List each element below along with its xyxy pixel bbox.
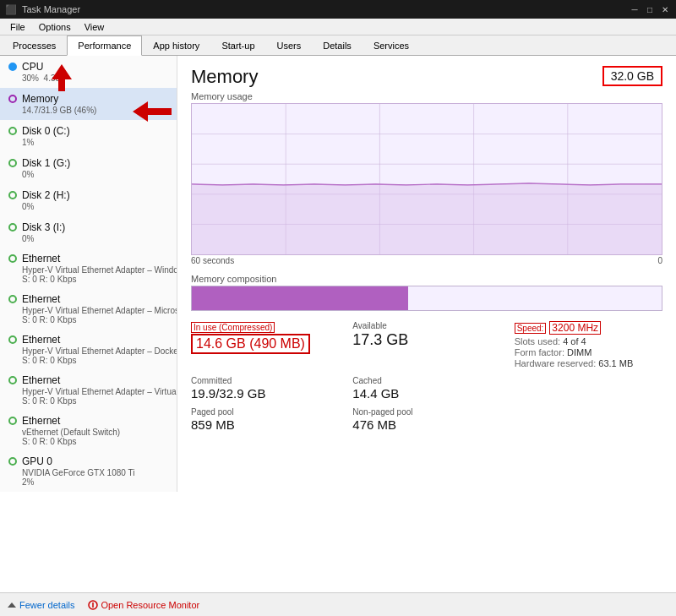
content-area: Memory 32.0 GB Memory usage (177, 56, 676, 592)
stat-paged-pool-value: 859 MB (191, 417, 339, 432)
stat-non-paged-pool-label: Non-paged pool (352, 407, 500, 417)
sidebar-dot-0 (8, 63, 17, 71)
graph-label: Memory usage (191, 91, 662, 101)
form-factor-label: Form factor: (515, 347, 564, 357)
stat-committed-label: Committed (191, 376, 339, 385)
minimize-button[interactable]: ─ (629, 3, 641, 15)
stat-in-use: In use (Compressed) 14.6 GB (490 MB) (191, 321, 339, 369)
bottom-bar: Fewer details Open Resource Monitor (0, 592, 676, 616)
size-badge: 32.0 GB (602, 66, 662, 86)
memory-composition-bar (191, 286, 662, 311)
hw-reserved-label: Hardware reserved: (515, 358, 597, 368)
app-icon: ⬛ (5, 4, 17, 15)
sidebar-dot-10 (8, 417, 17, 425)
tab-performance[interactable]: Performance (67, 35, 142, 56)
sidebar-dot-11 (8, 457, 17, 466)
chevron-up-icon (7, 600, 17, 610)
sidebar-item-6[interactable]: EthernetHyper-V Virtual Ethernet Adapter… (0, 248, 177, 289)
stat-available-label: Available (352, 321, 500, 330)
sidebar-item-name-8: Ethernet (22, 334, 60, 346)
stat-speed-label: Speed: (515, 323, 547, 334)
stat-available-value: 17.3 GB (352, 331, 500, 349)
sidebar-dot-2 (8, 127, 17, 135)
sidebar-item-11[interactable]: GPU 0NVIDIA GeForce GTX 1080 Ti 2% (0, 451, 177, 492)
svg-marker-11 (8, 602, 16, 608)
sidebar-item-2[interactable]: Disk 0 (C:)1% (0, 120, 177, 152)
stat-paged-pool-label: Paged pool (191, 407, 339, 417)
maximize-button[interactable]: □ (644, 3, 656, 15)
sidebar-item-detail-10: vEthernet (Default Switch) S: 0 R: 0 Kbp… (22, 428, 170, 446)
sidebar-item-detail-4: 0% (22, 202, 170, 211)
slots-label: Slots used: (515, 336, 560, 346)
sidebar: CPU30% 4.35Memory14.7/31.9 GB (46%)Disk … (0, 56, 177, 492)
sidebar-dot-6 (8, 254, 17, 263)
sidebar-dot-5 (8, 223, 17, 232)
tab-details[interactable]: Details (312, 35, 363, 56)
block-icon (88, 600, 98, 610)
sidebar-item-detail-2: 1% (22, 138, 170, 147)
tab-app-history[interactable]: App history (142, 35, 210, 56)
open-resource-monitor-button[interactable]: Open Resource Monitor (88, 600, 199, 610)
sidebar-item-1[interactable]: Memory14.7/31.9 GB (46%) (0, 88, 177, 120)
sidebar-item-4[interactable]: Disk 2 (H:)0% (0, 184, 177, 216)
sidebar-item-detail-7: Hyper-V Virtual Ethernet Adapter – Micro… (22, 306, 170, 324)
fewer-details-button[interactable]: Fewer details (7, 600, 74, 610)
menu-options[interactable]: Options (32, 19, 78, 35)
sidebar-item-name-3: Disk 1 (G:) (22, 157, 70, 169)
sidebar-item-0[interactable]: CPU30% 4.35 (0, 56, 177, 88)
tab-startup[interactable]: Start-up (210, 35, 265, 56)
sidebar-dot-7 (8, 295, 17, 303)
sidebar-item-7[interactable]: EthernetHyper-V Virtual Ethernet Adapter… (0, 289, 177, 330)
sidebar-item-name-0: CPU (22, 61, 43, 73)
sidebar-item-detail-6: Hyper-V Virtual Ethernet Adapter – Windo… (22, 265, 170, 284)
stat-cached: Cached 14.4 GB (352, 376, 500, 401)
stat-committed: Committed 19.9/32.9 GB (191, 376, 339, 401)
memory-graph (191, 103, 662, 255)
sidebar-item-name-6: Ethernet (22, 253, 60, 264)
sidebar-item-detail-1: 14.7/31.9 GB (46%) (22, 106, 170, 115)
sidebar-item-name-2: Disk 0 (C:) (22, 125, 70, 137)
content-title: Memory (191, 66, 258, 88)
svg-marker-10 (192, 183, 662, 254)
sidebar-item-name-5: Disk 3 (I:) (22, 221, 65, 233)
form-factor-value: DIMM (567, 347, 592, 357)
sidebar-item-name-1: Memory (22, 93, 58, 105)
menu-file[interactable]: File (3, 19, 32, 35)
sidebar-item-9[interactable]: EthernetHyper-V Virtual Ethernet Adapter… (0, 370, 177, 411)
mc-available (408, 286, 662, 310)
sidebar-item-10[interactable]: EthernetvEthernet (Default Switch) S: 0 … (0, 411, 177, 451)
sidebar-dot-3 (8, 159, 17, 167)
composition-label: Memory composition (191, 274, 662, 284)
tab-services[interactable]: Services (363, 35, 420, 56)
title-bar: ⬛ Task Manager ─ □ ✕ (0, 0, 676, 19)
tab-users[interactable]: Users (266, 35, 313, 56)
stat-committed-value: 19.9/32.9 GB (191, 386, 339, 401)
sidebar-item-5[interactable]: Disk 3 (I:)0% (0, 216, 177, 248)
sidebar-item-name-11: GPU 0 (22, 455, 52, 467)
stat-paged-pool: Paged pool 859 MB (191, 407, 339, 432)
sidebar-item-detail-0: 30% 4.35 (22, 74, 170, 83)
slots-value: 4 of 4 (563, 336, 586, 346)
title-text: Task Manager (22, 4, 629, 14)
menu-bar: File Options View (0, 19, 676, 35)
sidebar-item-detail-11: NVIDIA GeForce GTX 1080 Ti 2% (22, 468, 170, 487)
stat-in-use-label: In use (Compressed) (191, 322, 275, 333)
sidebar-item-name-7: Ethernet (22, 293, 60, 305)
stat-in-use-value: 14.6 GB (490 MB) (191, 334, 310, 354)
tab-processes[interactable]: Processes (2, 35, 67, 56)
sidebar-dot-9 (8, 376, 17, 384)
stat-non-paged-pool-value: 476 MB (352, 417, 500, 432)
stat-non-paged-pool: Non-paged pool 476 MB (352, 407, 500, 432)
graph-time-end: 0 (657, 256, 662, 265)
tabs-bar: Processes Performance App history Start-… (0, 35, 676, 56)
sidebar-item-name-4: Disk 2 (H:) (22, 189, 70, 201)
menu-view[interactable]: View (78, 19, 112, 35)
sidebar-item-8[interactable]: EthernetHyper-V Virtual Ethernet Adapter… (0, 330, 177, 370)
graph-time-start: 60 seconds (191, 256, 234, 265)
sidebar-item-detail-5: 0% (22, 234, 170, 243)
sidebar-item-name-9: Ethernet (22, 374, 60, 386)
sidebar-item-name-10: Ethernet (22, 415, 60, 427)
stat-available: Available 17.3 GB (352, 321, 500, 369)
close-button[interactable]: ✕ (659, 3, 671, 15)
sidebar-item-3[interactable]: Disk 1 (G:)0% (0, 152, 177, 184)
